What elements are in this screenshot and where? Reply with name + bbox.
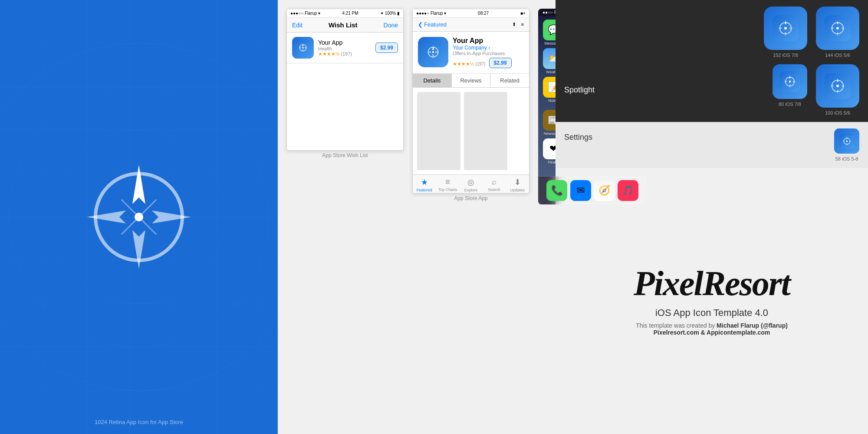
- wishlist-nav-bar: Edit Wish List Done: [287, 18, 403, 33]
- size-58-label: 58 iOS 5-8: [835, 156, 858, 161]
- dock-safari[interactable]: 🧭: [594, 180, 615, 201]
- bottom-nav-updates[interactable]: ⬇ Updates: [506, 178, 529, 192]
- featured-label: Featured: [417, 188, 432, 192]
- edit-button[interactable]: Edit: [292, 22, 302, 29]
- app-stars-wishlist: ★★★★½ (197): [318, 51, 371, 57]
- screenshot-2: [464, 92, 507, 170]
- appstore-time: 08:27: [478, 11, 489, 16]
- battery-text: ✦ 100% ▮: [380, 11, 400, 16]
- branding-panel: PixelResort iOS App Icon Template 4.0 Th…: [556, 168, 868, 434]
- carrier-text: ●●●○○ Flarup ▾: [290, 11, 320, 16]
- appstore-nav: ❮ Featured ⬆ ≡: [413, 18, 529, 32]
- app-icon-hero: 1024 Retina App Icon for App Store: [0, 0, 278, 434]
- svg-point-71: [836, 85, 839, 87]
- brand-author: Michael Flarup (@flarup): [717, 322, 788, 329]
- svg-point-78: [846, 140, 848, 142]
- svg-marker-36: [435, 51, 440, 53]
- size-144-icon: [816, 7, 859, 50]
- nav-actions: ⬆ ≡: [512, 22, 524, 27]
- updates-label: Updates: [510, 188, 525, 192]
- app-category-wishlist: Health: [318, 46, 371, 51]
- back-featured-button[interactable]: ❮ Featured: [418, 21, 447, 28]
- bottom-nav-topchart[interactable]: ≡ Top Charts: [436, 178, 460, 192]
- spotlight-sizes: 80 iOS 7/8: [773, 64, 859, 115]
- wishlist-status-bar: ●●●○○ Flarup ▾ 4:21 PM ✦ 100% ▮: [287, 9, 403, 18]
- price-button-appstore[interactable]: $2.99: [489, 58, 512, 68]
- app-name-wishlist: Your App: [318, 39, 371, 46]
- wishlist-caption: App Store Wish List: [286, 152, 404, 158]
- svg-marker-34: [432, 54, 434, 59]
- mockup-row: ●●●○○ Flarup ▾ 4:21 PM ✦ 100% ▮ Edit Wis…: [278, 4, 556, 217]
- size-100: 100 iOS 5/6: [816, 64, 859, 115]
- search-icon: ⌕: [492, 178, 496, 187]
- top-sizes-row: 152 iOS 7/8: [564, 7, 859, 58]
- svg-marker-29: [299, 47, 302, 48]
- size-80: 80 iOS 7/8: [773, 64, 807, 115]
- svg-point-57: [836, 27, 839, 30]
- wishlist-item[interactable]: Your App Health ★★★★½ (197) $2.99: [287, 33, 403, 63]
- settings-icons: 58 iOS 5-8: [834, 128, 859, 161]
- size-152-label: 152 iOS 7/8: [773, 53, 798, 58]
- home-dock: 📞 ✉ 🧭 🎵: [538, 176, 647, 204]
- svg-marker-35: [427, 51, 431, 53]
- app-detail-company[interactable]: Your Company ›: [453, 45, 524, 51]
- app-detail-iap: Offers In-App Purchases: [453, 51, 524, 56]
- share-button[interactable]: ⬆: [512, 22, 516, 27]
- done-button[interactable]: Done: [384, 22, 398, 29]
- dock-phone[interactable]: 📞: [546, 180, 567, 201]
- screenshots-row: [413, 88, 529, 174]
- middle-section: ●●●○○ Flarup ▾ 4:21 PM ✦ 100% ▮ Edit Wis…: [278, 0, 556, 434]
- dock-music[interactable]: 🎵: [618, 180, 638, 201]
- bottom-nav-featured[interactable]: ★ Featured: [413, 178, 436, 192]
- wishlist-title: Wish List: [329, 21, 358, 29]
- hero-caption: 1024 Retina App Icon for App Store: [95, 419, 183, 425]
- size-80-icon: [773, 64, 807, 99]
- brand-credit1: This template was created by: [636, 322, 717, 329]
- bottom-nav-search[interactable]: ⌕ Search: [483, 178, 506, 192]
- size-144-label: 144 iOS 5/6: [825, 53, 850, 58]
- appstore-carrier: ●●●●○ Flarup ▾: [416, 11, 446, 16]
- settings-panel: Settings: [556, 122, 868, 168]
- appstore-reviews: (197): [475, 62, 485, 66]
- size-144: 144 iOS 5/6: [816, 7, 859, 58]
- reviews-wishlist: (197): [341, 51, 352, 56]
- size-58: 58 iOS 5-8: [834, 128, 859, 161]
- featured-icon: ★: [421, 178, 428, 187]
- svg-marker-22: [152, 210, 191, 224]
- dock-mail[interactable]: ✉: [570, 180, 591, 201]
- size-58-icon: [834, 128, 859, 154]
- explore-icon: ◎: [467, 178, 474, 187]
- app-rating-row: ★★★★½ (197) $2.99: [453, 58, 524, 68]
- tab-related[interactable]: Related: [490, 74, 529, 87]
- appstore-mockup: ●●●●○ Flarup ▾ 08:27 ■+ ❮ Featured ⬆ ≡: [412, 9, 529, 194]
- app-detail-name: Your App: [453, 37, 524, 45]
- app-icon-appstore: [418, 37, 448, 67]
- svg-marker-30: [304, 47, 307, 48]
- right-section: 152 iOS 7/8: [556, 0, 868, 434]
- app-icon-wishlist: [292, 37, 314, 59]
- appstore-battery: ■+: [520, 11, 526, 16]
- brand-logo: PixelResort: [634, 266, 790, 301]
- app-info-wishlist: Your App Health ★★★★½ (197): [318, 39, 371, 57]
- svg-marker-27: [302, 43, 303, 46]
- screenshot-1: [417, 92, 460, 170]
- svg-point-37: [432, 51, 434, 53]
- tab-details[interactable]: Details: [413, 74, 452, 87]
- topchart-label: Top Charts: [438, 187, 457, 192]
- app-detail-header: Your App Your Company › Offers In-App Pu…: [413, 32, 529, 74]
- appstore-caption: App Store App: [412, 195, 529, 201]
- spotlight-label: Spotlight: [564, 83, 595, 97]
- updates-icon: ⬇: [514, 178, 521, 187]
- time-text: 4:21 PM: [342, 11, 358, 16]
- bottom-nav-explore[interactable]: ◎ Explore: [459, 178, 483, 192]
- back-chevron: ❮: [418, 21, 423, 28]
- size-152-icon: [764, 7, 807, 50]
- svg-marker-20: [132, 230, 145, 269]
- svg-marker-19: [132, 165, 145, 204]
- tab-reviews[interactable]: Reviews: [452, 74, 491, 87]
- svg-marker-33: [432, 46, 434, 50]
- price-button-wishlist[interactable]: $2.99: [375, 43, 398, 53]
- menu-button[interactable]: ≡: [521, 22, 524, 27]
- settings-text: Settings: [564, 133, 592, 142]
- appstore-status-bar: ●●●●○ Flarup ▾ 08:27 ■+: [413, 9, 529, 18]
